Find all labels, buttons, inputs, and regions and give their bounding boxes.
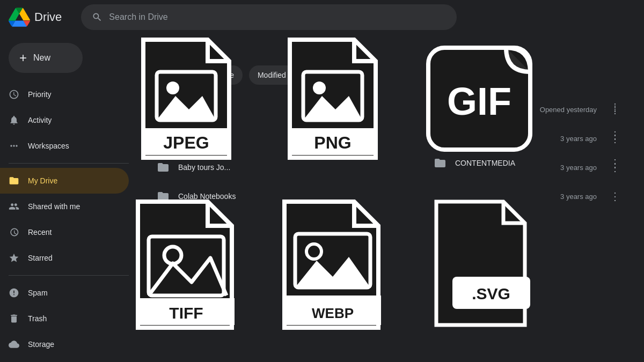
sidebar-item-workspaces[interactable]: Workspaces xyxy=(0,133,129,159)
file-menu-button[interactable]: ⋮ xyxy=(605,98,625,117)
sidebar-item-trash[interactable]: Trash xyxy=(0,306,129,331)
filter-modified[interactable]: Modified xyxy=(249,65,306,85)
sidebar-label-storage: Storage xyxy=(28,340,54,349)
filter-modified-label: Modified xyxy=(258,71,286,79)
sidebar: + New Priority Activity Workspaces My Dr… xyxy=(0,34,137,362)
main-header: My Drive xyxy=(150,43,631,57)
file-name: Capmo... xyxy=(455,131,597,139)
filter-type-arrow xyxy=(178,71,187,79)
sidebar-item-spam[interactable]: Spam xyxy=(0,280,129,306)
svg-point-0 xyxy=(13,145,14,146)
sidebar-item-priority[interactable]: Priority xyxy=(0,82,129,107)
shared-icon xyxy=(9,201,19,212)
table-row[interactable]: Capmo... ⋮ xyxy=(427,121,631,149)
file-name: Colab Notebooks xyxy=(178,192,552,201)
sidebar-label-shared: Shared with me xyxy=(28,202,80,211)
table-row[interactable]: 4gather ⋮ xyxy=(427,93,631,121)
filter-type-label: Type xyxy=(159,71,175,79)
starred-icon xyxy=(9,253,19,263)
doc-icon xyxy=(157,103,170,116)
sidebar-label-starred: Starred xyxy=(28,254,53,262)
filter-people[interactable]: People xyxy=(202,65,243,85)
spam-icon xyxy=(9,287,19,298)
filter-people-label: People xyxy=(210,71,234,79)
recent-icon xyxy=(9,227,19,238)
folder-icon xyxy=(157,190,170,203)
sidebar-label-spam: Spam xyxy=(28,289,48,297)
sidebar-label-workspaces: Workspaces xyxy=(28,142,69,150)
file-menu-button[interactable]: ⋮ xyxy=(605,187,625,206)
file-name: CONTENTMEDIA xyxy=(455,159,597,167)
filter-row: Type People Modified xyxy=(150,65,631,85)
sidebar-item-recent[interactable]: Recent xyxy=(0,219,129,245)
main-content: My Drive Type People Modified Chapter 1 … xyxy=(137,34,644,362)
svg-point-1 xyxy=(10,145,12,146)
sidebar-item-shared[interactable]: Shared with me xyxy=(0,194,129,219)
priority-icon xyxy=(9,89,19,100)
table-row[interactable]: CONTENTMEDIA ⋮ xyxy=(427,149,631,177)
sidebar-item-starred[interactable]: Starred xyxy=(0,245,129,271)
right-file-list: 4gather ⋮ Capmo... ⋮ CONTENTMEDIA ⋮ xyxy=(427,93,631,177)
sidebar-item-my-drive[interactable]: My Drive xyxy=(0,168,129,194)
folder-icon xyxy=(157,161,170,174)
new-button-label: New xyxy=(33,53,50,63)
search-placeholder: Search in Drive xyxy=(109,12,167,22)
trash-icon xyxy=(9,313,19,324)
app-title: Drive xyxy=(34,10,62,24)
svg-point-2 xyxy=(16,145,17,146)
my-drive-icon xyxy=(9,175,19,186)
file-menu-button[interactable]: ⋮ xyxy=(605,153,625,173)
storage-icon xyxy=(9,339,19,350)
sidebar-label-recent: Recent xyxy=(28,228,52,237)
sidebar-divider-2 xyxy=(9,275,129,276)
main-title: My Drive xyxy=(150,43,197,57)
sidebar-item-storage[interactable]: Storage xyxy=(0,331,129,357)
sidebar-label-activity: Activity xyxy=(28,116,52,124)
logo-area: Drive xyxy=(9,6,62,28)
chevron-down-icon xyxy=(201,45,212,55)
file-menu-button[interactable]: ⋮ xyxy=(605,125,625,145)
file-name: 4gather xyxy=(455,103,597,112)
drive-logo-icon xyxy=(9,6,30,28)
search-bar[interactable]: Search in Drive xyxy=(81,4,457,30)
sidebar-divider-1 xyxy=(9,163,129,164)
shared-folder-icon xyxy=(434,129,447,142)
filter-modified-arrow xyxy=(289,71,298,79)
shared-folder-icon xyxy=(434,157,447,169)
workspaces-icon xyxy=(9,141,19,151)
header: Drive Search in Drive xyxy=(0,0,644,34)
search-icon xyxy=(92,12,103,23)
file-modified: 3 years ago xyxy=(560,193,597,201)
sidebar-item-activity[interactable]: Activity xyxy=(0,107,129,133)
shared-folder-icon xyxy=(434,101,447,114)
new-button[interactable]: + New xyxy=(9,43,83,73)
sidebar-label-priority: Priority xyxy=(28,90,52,99)
activity-icon xyxy=(9,115,19,125)
table-row[interactable]: Colab Notebooks 3 years ago ⋮ xyxy=(150,182,631,210)
sidebar-label-my-drive: My Drive xyxy=(28,176,57,185)
filter-type[interactable]: Type xyxy=(150,65,195,85)
plus-icon: + xyxy=(19,50,27,65)
sidebar-label-trash: Trash xyxy=(28,314,47,323)
folder-icon xyxy=(157,132,170,145)
